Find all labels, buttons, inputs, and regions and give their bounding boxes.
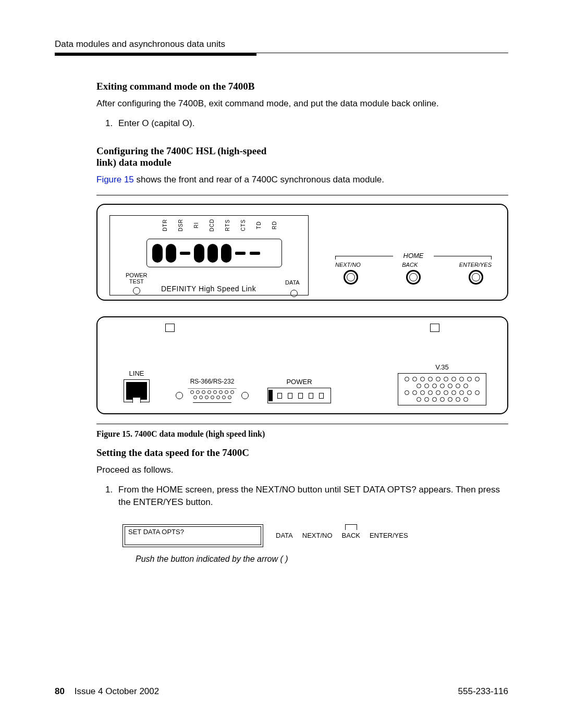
led-label-dsr: DSR [169, 220, 183, 230]
led-label-td: TD [247, 220, 262, 230]
led-label-dtr: DTR [153, 220, 168, 230]
led-label-ri: RI [185, 220, 199, 230]
push-button-note: Push the button indicated by the arrow (… [136, 554, 508, 564]
step-enter-o: Enter O (capital O). [115, 117, 508, 130]
page-number: 80 [55, 686, 65, 696]
next-no-button [344, 270, 358, 285]
figure-top-rule [96, 195, 508, 195]
power-test-led [133, 287, 140, 294]
figure-15-link[interactable]: Figure 15 [96, 175, 134, 184]
header-rule [55, 53, 508, 56]
enter-yes-button [469, 270, 483, 285]
step-home-next: From the HOME screen, press the NEXT/NO … [115, 484, 508, 509]
rear-panel: LINE RS-366/RS-232 POWER [96, 316, 508, 414]
home-bracket-label: HOME [335, 252, 492, 260]
line-port: LINE [124, 369, 150, 402]
led-label-cts: CTS [231, 220, 246, 230]
led-label-rd: RD [263, 220, 277, 230]
lcd-text: SET DATA OPTS? [125, 526, 261, 545]
para-exiting: After configuring the 7400B, exit comman… [96, 97, 508, 110]
data-label: DATA [285, 279, 300, 286]
screw-hole-left [165, 324, 175, 332]
rj-jack-icon [124, 379, 150, 402]
v35-connector-icon [398, 373, 486, 405]
product-label: DEFINITY High Speed Link [161, 285, 256, 293]
heading-setting-speed: Setting the data speed for the 7400C [96, 447, 508, 459]
db-connector-icon [176, 387, 249, 404]
lcd-label-data: DATA [276, 532, 293, 539]
led-label-dcd: DCD [200, 220, 215, 230]
power-test-label: POWER TEST [126, 272, 148, 294]
page-footer: 80 Issue 4 October 2002 555-233-116 [55, 686, 508, 697]
led-array [146, 239, 282, 267]
front-panel: DTR DSR RI DCD RTS CTS TD RD POWER TEST [96, 204, 508, 301]
lcd-label-enter: ENTER/YES [370, 532, 408, 539]
para-proceed: Proceed as follows. [96, 464, 508, 476]
v35-port: V.35 [398, 363, 486, 405]
para-fig15: Figure 15 shows the front and rear of a … [96, 174, 508, 186]
screw-hole-right [430, 324, 439, 332]
led-labels-row: DTR DSR RI DCD RTS CTS TD RD [156, 218, 275, 232]
data-led [290, 290, 298, 297]
back-button [406, 270, 421, 285]
led-label-rts: RTS [216, 220, 230, 230]
figure-bottom-rule [96, 424, 508, 424]
lcd-label-back: BACK [342, 532, 360, 539]
steps-exiting: Enter O (capital O). [96, 117, 508, 130]
power-connector-icon [267, 388, 331, 403]
para-fig15-rest: shows the front and rear of a 7400C sync… [134, 175, 384, 184]
steps-speed: From the HOME screen, press the NEXT/NO … [96, 484, 508, 509]
lcd-button-labels: DATA NEXT/NO BACK ENTER/YES [276, 532, 408, 539]
figure-caption: Figure 15. 7400C data module (high speed… [96, 429, 508, 439]
lcd-step-figure: SET DATA OPTS? DATA NEXT/NO BACK ENTER/Y… [123, 524, 508, 547]
btn-label-next: NEXT/NO [335, 262, 361, 268]
doc-number: 555-233-116 [458, 686, 508, 697]
btn-label-enter: ENTER/YES [459, 262, 492, 268]
power-port: POWER [267, 378, 331, 403]
lcd-label-next: NEXT/NO [302, 532, 333, 539]
heading-configuring: Configuring the 7400C HSL (high-speed li… [96, 145, 279, 168]
figure-15: DTR DSR RI DCD RTS CTS TD RD POWER TEST [96, 204, 508, 414]
home-button-group: HOME NEXT/NO BACK ENTER/YES [335, 252, 492, 285]
lcd-display: SET DATA OPTS? [123, 524, 263, 547]
btn-label-back: BACK [402, 262, 418, 268]
issue-date: Issue 4 October 2002 [75, 686, 160, 696]
heading-exiting: Exiting command mode on the 7400B [96, 81, 508, 92]
serial-port: RS-366/RS-232 [176, 378, 249, 404]
running-header: Data modules and asynchronous data units [55, 39, 508, 50]
